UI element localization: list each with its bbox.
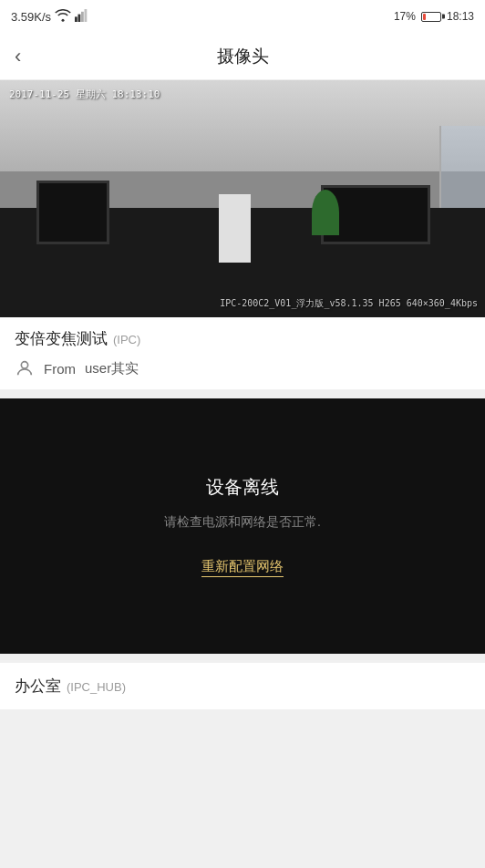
svg-rect-1 [78,14,81,21]
camera-card-2[interactable]: 设备离线 请检查电源和网络是否正常. 重新配置网络 [0,398,485,654]
office-card: 办公室(IPC_HUB) [0,663,485,709]
status-left: 3.59K/s [11,9,88,25]
header: ‹ 摄像头 [0,33,485,80]
offline-title: 设备离线 [206,475,279,500]
clock: 18:13 [447,10,474,23]
camera-type-tag: (IPC) [113,333,140,346]
camera-timestamp: 2017-11-25 星期六 18:13:10 [9,88,160,101]
offline-subtitle: 请检查电源和网络是否正常. [164,514,321,531]
hub-tag: (IPC_HUB) [67,680,126,694]
wifi-icon [55,9,71,25]
network-speed: 3.59K/s [11,10,51,24]
battery-icon [421,12,441,22]
reconfigure-link[interactable]: 重新配置网络 [201,558,284,577]
camera-name-1: 变倍变焦测试(IPC) [15,328,470,349]
from-user: user其实 [85,360,139,377]
status-right: 17% 18:13 [394,10,474,23]
page-title: 摄像头 [217,45,269,68]
content: 2017-11-25 星期六 18:13:10 IPC-200C2_V01_浮力… [0,80,485,709]
svg-rect-0 [75,16,77,22]
battery-percent: 17% [394,10,416,23]
back-button[interactable]: ‹ [15,46,21,67]
camera-thumbnail-1[interactable]: 2017-11-25 星期六 18:13:10 IPC-200C2_V01_浮力… [0,80,485,317]
status-bar: 3.59K/s 17% 18:13 [0,0,485,33]
camera-card-1: 2017-11-25 星期六 18:13:10 IPC-200C2_V01_浮力… [0,80,485,389]
from-label: From [44,361,76,377]
svg-rect-3 [85,9,88,22]
camera-scene [0,80,485,317]
user-icon [15,358,35,378]
svg-rect-2 [81,11,84,21]
camera-codec: IPC-200C2_V01_浮力版_v58.1.35 H265 640×360_… [220,297,478,310]
svg-point-4 [21,362,27,368]
camera-info-1: 变倍变焦测试(IPC) From user其实 [0,317,485,389]
signal-icon [75,9,88,25]
camera-from-row: From user其实 [15,358,470,378]
office-name: 办公室(IPC_HUB) [15,676,470,697]
